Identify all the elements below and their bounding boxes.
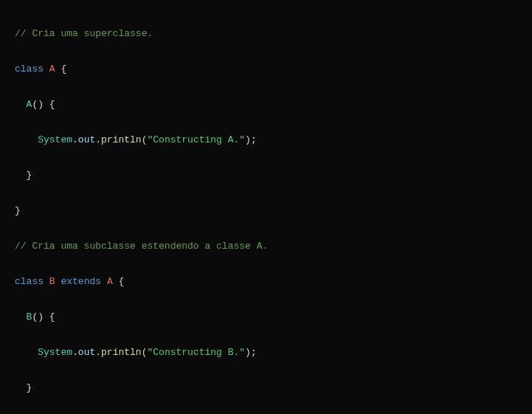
comment-text: // Cria uma subclasse estendendo a class… xyxy=(15,241,268,252)
code-line: // Cria uma superclasse. xyxy=(15,25,517,43)
keyword-class: class xyxy=(15,276,44,287)
paren: ); xyxy=(245,347,257,358)
code-line: // Cria uma subclasse estendendo a class… xyxy=(15,238,517,255)
method-call: println xyxy=(101,347,142,358)
method-call: println xyxy=(101,134,142,145)
dot: . xyxy=(95,347,101,358)
code-line: System.out.println("Constructing B."); xyxy=(15,344,517,362)
code-line: class A { xyxy=(15,61,517,78)
code-line: A() { xyxy=(15,96,517,114)
class-identifier: B xyxy=(49,276,55,287)
field-ref: out xyxy=(78,347,95,358)
code-line: B() { xyxy=(15,308,517,326)
brace: } xyxy=(27,382,32,393)
string-literal: "Constructing B." xyxy=(147,347,245,358)
dot: . xyxy=(72,134,78,145)
brace: } xyxy=(27,170,32,181)
object-ref: System xyxy=(38,347,72,358)
object-ref: System xyxy=(38,134,72,145)
punctuation: () { xyxy=(32,99,55,110)
brace: { xyxy=(113,276,125,287)
field-ref: out xyxy=(78,134,95,145)
code-editor: // Cria uma superclasse. class A { A() {… xyxy=(15,7,517,414)
keyword-extends: extends xyxy=(61,276,101,287)
comment-text: // Cria uma superclasse. xyxy=(15,28,153,39)
dot: . xyxy=(95,134,101,145)
paren: ); xyxy=(245,134,257,145)
punctuation: () { xyxy=(32,311,55,322)
keyword-class: class xyxy=(15,63,44,75)
code-line: class B extends A { xyxy=(15,273,517,291)
code-line: } xyxy=(15,167,517,184)
dot: . xyxy=(72,347,78,358)
code-line: System.out.println("Constructing A."); xyxy=(15,131,517,149)
superclass-identifier: A xyxy=(107,276,113,287)
string-literal: "Constructing A." xyxy=(147,134,245,145)
code-line: } xyxy=(15,379,517,397)
brace: { xyxy=(55,63,67,75)
code-line: } xyxy=(15,202,517,220)
class-identifier: A xyxy=(49,63,55,75)
brace: } xyxy=(15,205,21,216)
